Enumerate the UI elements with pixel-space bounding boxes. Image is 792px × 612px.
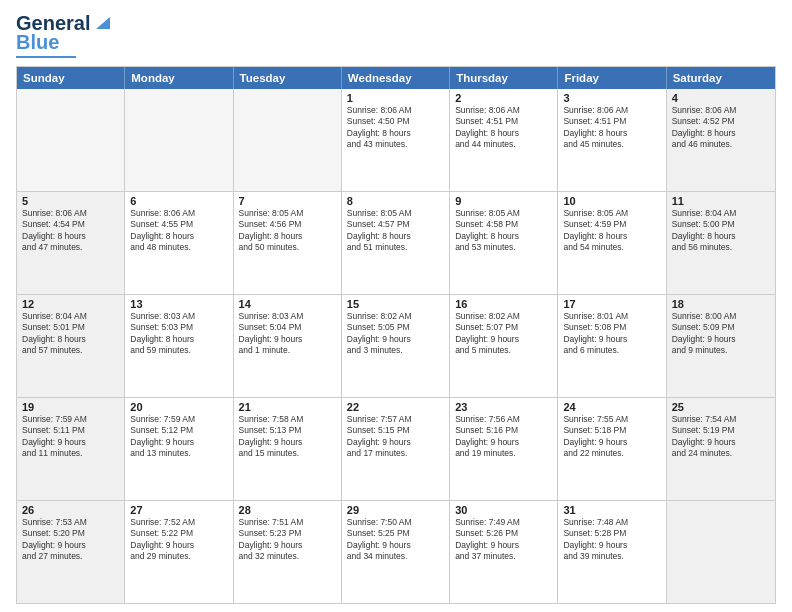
calendar-header: SundayMondayTuesdayWednesdayThursdayFrid… xyxy=(17,67,775,89)
cal-cell: 2Sunrise: 8:06 AM Sunset: 4:51 PM Daylig… xyxy=(450,89,558,191)
day-number: 27 xyxy=(130,504,227,516)
header-day-tuesday: Tuesday xyxy=(234,67,342,89)
cal-cell: 5Sunrise: 8:06 AM Sunset: 4:54 PM Daylig… xyxy=(17,192,125,294)
cell-info: Sunrise: 8:06 AM Sunset: 4:55 PM Dayligh… xyxy=(130,208,227,254)
day-number: 7 xyxy=(239,195,336,207)
cell-info: Sunrise: 7:59 AM Sunset: 5:11 PM Dayligh… xyxy=(22,414,119,460)
day-number: 16 xyxy=(455,298,552,310)
cal-cell xyxy=(234,89,342,191)
cell-info: Sunrise: 8:06 AM Sunset: 4:51 PM Dayligh… xyxy=(455,105,552,151)
cell-info: Sunrise: 7:51 AM Sunset: 5:23 PM Dayligh… xyxy=(239,517,336,563)
logo-underline xyxy=(16,56,76,58)
cell-info: Sunrise: 7:55 AM Sunset: 5:18 PM Dayligh… xyxy=(563,414,660,460)
day-number: 30 xyxy=(455,504,552,516)
cell-info: Sunrise: 8:03 AM Sunset: 5:03 PM Dayligh… xyxy=(130,311,227,357)
cell-info: Sunrise: 7:48 AM Sunset: 5:28 PM Dayligh… xyxy=(563,517,660,563)
header: General Blue xyxy=(16,12,776,58)
cal-cell xyxy=(125,89,233,191)
cal-cell: 4Sunrise: 8:06 AM Sunset: 4:52 PM Daylig… xyxy=(667,89,775,191)
svg-marker-0 xyxy=(96,17,110,29)
calendar: SundayMondayTuesdayWednesdayThursdayFrid… xyxy=(16,66,776,604)
day-number: 11 xyxy=(672,195,770,207)
cell-info: Sunrise: 8:05 AM Sunset: 4:56 PM Dayligh… xyxy=(239,208,336,254)
cal-cell: 31Sunrise: 7:48 AM Sunset: 5:28 PM Dayli… xyxy=(558,501,666,603)
cal-cell: 25Sunrise: 7:54 AM Sunset: 5:19 PM Dayli… xyxy=(667,398,775,500)
cell-info: Sunrise: 7:59 AM Sunset: 5:12 PM Dayligh… xyxy=(130,414,227,460)
day-number: 17 xyxy=(563,298,660,310)
day-number: 24 xyxy=(563,401,660,413)
cal-cell: 13Sunrise: 8:03 AM Sunset: 5:03 PM Dayli… xyxy=(125,295,233,397)
day-number: 9 xyxy=(455,195,552,207)
day-number: 13 xyxy=(130,298,227,310)
day-number: 10 xyxy=(563,195,660,207)
page: General Blue SundayMondayTuesdayWednesda… xyxy=(0,0,792,612)
cell-info: Sunrise: 8:06 AM Sunset: 4:50 PM Dayligh… xyxy=(347,105,444,151)
cell-info: Sunrise: 8:06 AM Sunset: 4:52 PM Dayligh… xyxy=(672,105,770,151)
cal-cell: 16Sunrise: 8:02 AM Sunset: 5:07 PM Dayli… xyxy=(450,295,558,397)
cell-info: Sunrise: 7:56 AM Sunset: 5:16 PM Dayligh… xyxy=(455,414,552,460)
cal-cell: 30Sunrise: 7:49 AM Sunset: 5:26 PM Dayli… xyxy=(450,501,558,603)
cal-cell: 20Sunrise: 7:59 AM Sunset: 5:12 PM Dayli… xyxy=(125,398,233,500)
cal-cell: 3Sunrise: 8:06 AM Sunset: 4:51 PM Daylig… xyxy=(558,89,666,191)
day-number: 19 xyxy=(22,401,119,413)
cal-cell xyxy=(17,89,125,191)
cal-cell: 10Sunrise: 8:05 AM Sunset: 4:59 PM Dayli… xyxy=(558,192,666,294)
cell-info: Sunrise: 7:53 AM Sunset: 5:20 PM Dayligh… xyxy=(22,517,119,563)
cell-info: Sunrise: 8:01 AM Sunset: 5:08 PM Dayligh… xyxy=(563,311,660,357)
cell-info: Sunrise: 7:49 AM Sunset: 5:26 PM Dayligh… xyxy=(455,517,552,563)
cal-row-5: 26Sunrise: 7:53 AM Sunset: 5:20 PM Dayli… xyxy=(17,500,775,603)
cal-row-4: 19Sunrise: 7:59 AM Sunset: 5:11 PM Dayli… xyxy=(17,397,775,500)
cell-info: Sunrise: 8:00 AM Sunset: 5:09 PM Dayligh… xyxy=(672,311,770,357)
day-number: 23 xyxy=(455,401,552,413)
cal-cell xyxy=(667,501,775,603)
cell-info: Sunrise: 8:03 AM Sunset: 5:04 PM Dayligh… xyxy=(239,311,336,357)
day-number: 28 xyxy=(239,504,336,516)
day-number: 22 xyxy=(347,401,444,413)
cell-info: Sunrise: 7:52 AM Sunset: 5:22 PM Dayligh… xyxy=(130,517,227,563)
cal-row-1: 1Sunrise: 8:06 AM Sunset: 4:50 PM Daylig… xyxy=(17,89,775,191)
cal-cell: 22Sunrise: 7:57 AM Sunset: 5:15 PM Dayli… xyxy=(342,398,450,500)
cal-cell: 17Sunrise: 8:01 AM Sunset: 5:08 PM Dayli… xyxy=(558,295,666,397)
cell-info: Sunrise: 8:04 AM Sunset: 5:01 PM Dayligh… xyxy=(22,311,119,357)
cal-cell: 9Sunrise: 8:05 AM Sunset: 4:58 PM Daylig… xyxy=(450,192,558,294)
cell-info: Sunrise: 8:06 AM Sunset: 4:54 PM Dayligh… xyxy=(22,208,119,254)
day-number: 3 xyxy=(563,92,660,104)
header-day-wednesday: Wednesday xyxy=(342,67,450,89)
header-day-thursday: Thursday xyxy=(450,67,558,89)
day-number: 1 xyxy=(347,92,444,104)
header-day-friday: Friday xyxy=(558,67,666,89)
cal-cell: 18Sunrise: 8:00 AM Sunset: 5:09 PM Dayli… xyxy=(667,295,775,397)
day-number: 25 xyxy=(672,401,770,413)
cal-cell: 15Sunrise: 8:02 AM Sunset: 5:05 PM Dayli… xyxy=(342,295,450,397)
cal-cell: 14Sunrise: 8:03 AM Sunset: 5:04 PM Dayli… xyxy=(234,295,342,397)
cal-row-3: 12Sunrise: 8:04 AM Sunset: 5:01 PM Dayli… xyxy=(17,294,775,397)
day-number: 8 xyxy=(347,195,444,207)
cell-info: Sunrise: 7:54 AM Sunset: 5:19 PM Dayligh… xyxy=(672,414,770,460)
day-number: 26 xyxy=(22,504,119,516)
cal-cell: 21Sunrise: 7:58 AM Sunset: 5:13 PM Dayli… xyxy=(234,398,342,500)
day-number: 6 xyxy=(130,195,227,207)
day-number: 5 xyxy=(22,195,119,207)
cal-cell: 1Sunrise: 8:06 AM Sunset: 4:50 PM Daylig… xyxy=(342,89,450,191)
cal-cell: 27Sunrise: 7:52 AM Sunset: 5:22 PM Dayli… xyxy=(125,501,233,603)
logo-triangle-icon xyxy=(92,13,114,31)
cal-cell: 7Sunrise: 8:05 AM Sunset: 4:56 PM Daylig… xyxy=(234,192,342,294)
day-number: 18 xyxy=(672,298,770,310)
day-number: 4 xyxy=(672,92,770,104)
cal-cell: 29Sunrise: 7:50 AM Sunset: 5:25 PM Dayli… xyxy=(342,501,450,603)
cell-info: Sunrise: 8:05 AM Sunset: 4:57 PM Dayligh… xyxy=(347,208,444,254)
cell-info: Sunrise: 8:02 AM Sunset: 5:05 PM Dayligh… xyxy=(347,311,444,357)
day-number: 2 xyxy=(455,92,552,104)
cal-cell: 28Sunrise: 7:51 AM Sunset: 5:23 PM Dayli… xyxy=(234,501,342,603)
cell-info: Sunrise: 7:57 AM Sunset: 5:15 PM Dayligh… xyxy=(347,414,444,460)
cell-info: Sunrise: 7:50 AM Sunset: 5:25 PM Dayligh… xyxy=(347,517,444,563)
cell-info: Sunrise: 8:04 AM Sunset: 5:00 PM Dayligh… xyxy=(672,208,770,254)
cal-row-2: 5Sunrise: 8:06 AM Sunset: 4:54 PM Daylig… xyxy=(17,191,775,294)
cell-info: Sunrise: 8:05 AM Sunset: 4:59 PM Dayligh… xyxy=(563,208,660,254)
day-number: 29 xyxy=(347,504,444,516)
day-number: 14 xyxy=(239,298,336,310)
day-number: 15 xyxy=(347,298,444,310)
logo: General Blue xyxy=(16,12,114,58)
day-number: 12 xyxy=(22,298,119,310)
cell-info: Sunrise: 8:02 AM Sunset: 5:07 PM Dayligh… xyxy=(455,311,552,357)
